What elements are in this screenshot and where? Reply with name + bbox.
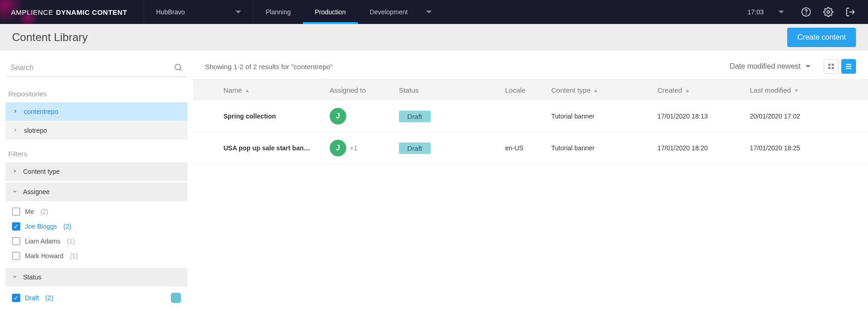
results-summary: Showing 1-2 of 2 results for "contentrep… (205, 63, 333, 71)
status-badge: Draft (399, 111, 431, 122)
filter-assignee[interactable]: Assignee (6, 183, 187, 201)
brand-bold: DYNAMIC CONTENT (56, 8, 127, 16)
checkbox-icon (12, 207, 20, 216)
brand-logo: AMPLIENCE DYNAMIC CONTENT (0, 0, 144, 24)
filter-status[interactable]: Status (6, 268, 187, 286)
col-created[interactable]: Created▲ (657, 86, 750, 94)
subheader: Content Library Create content (0, 24, 868, 51)
avatar: J (330, 108, 346, 124)
cell-locale: en-US (505, 144, 551, 152)
create-content-button[interactable]: Create content (787, 28, 856, 47)
avatar: J (330, 140, 346, 156)
sort-asc-icon: ▲ (245, 88, 250, 93)
col-modified[interactable]: Last modified▼ (750, 86, 856, 94)
sort-asc-icon: ▲ (685, 88, 690, 93)
col-assigned[interactable]: Assigned to (330, 86, 399, 94)
table-row[interactable]: Spring collection J Draft Tutorial banne… (193, 101, 868, 132)
chevron-down-icon (426, 11, 432, 13)
status-color-swatch (171, 293, 181, 303)
chevron-right-icon (12, 108, 18, 115)
cell-name: Spring collection (223, 113, 330, 120)
cell-created: 17/01/2020 18:20 (657, 144, 750, 152)
topbar: AMPLIENCE DYNAMIC CONTENT HubBravo Plann… (0, 0, 868, 24)
chevron-down-icon (12, 188, 18, 196)
chevron-down-icon (805, 65, 811, 68)
gear-icon[interactable] (819, 3, 838, 21)
option-count: (1) (70, 252, 78, 260)
help-icon[interactable] (797, 3, 815, 21)
col-ctype[interactable]: Content type▲ (551, 86, 657, 94)
option-count: (1) (67, 237, 75, 245)
svg-rect-6 (828, 64, 831, 66)
sort-dropdown[interactable]: Date modified newest (729, 62, 811, 71)
more-count: +1 (350, 144, 357, 152)
table-row[interactable]: USA pop up sale start ban… J +1 Draft en… (193, 132, 868, 164)
col-status[interactable]: Status (399, 86, 505, 94)
assignee-option-mark-howard[interactable]: Mark Howard (1) (6, 249, 187, 263)
repo-label: contentrepo (24, 108, 58, 115)
sidebar-item-contentrepo[interactable]: contentrepo (6, 102, 187, 121)
sort-label: Date modified newest (729, 62, 801, 71)
hub-dropdown[interactable]: HubBravo (144, 0, 253, 24)
nav-tabs: Planning Production Development (253, 0, 444, 24)
sort-asc-icon: ▲ (593, 88, 598, 93)
filter-content-type[interactable]: Content type (6, 162, 187, 181)
col-locale[interactable]: Locale (505, 86, 551, 94)
assignee-option-liam-adams[interactable]: Liam Adams (1) (6, 234, 187, 249)
brand-thin: AMPLIENCE (11, 8, 53, 16)
cell-status: Draft (399, 111, 505, 122)
checkbox-icon (12, 252, 20, 260)
status-option-draft[interactable]: ✓ Draft (2) (6, 290, 187, 306)
table-header: Name▲ Assigned to Status Locale Content … (193, 79, 868, 101)
search-input[interactable] (6, 59, 187, 77)
cell-status: Draft (399, 142, 505, 154)
sidebar: Repositories contentrepo slotrepo Filter… (0, 51, 193, 320)
svg-point-2 (827, 11, 830, 13)
svg-rect-11 (846, 66, 851, 67)
chevron-down-icon (778, 11, 784, 13)
option-count: (2) (40, 208, 48, 215)
cell-name: USA pop up sale start ban… (223, 144, 330, 152)
assignee-option-joe-bloggs[interactable]: ✓ Joe Bloggs (2) (6, 219, 187, 234)
repo-label: slotrepo (24, 127, 47, 134)
status-options: ✓ Draft (2) (6, 287, 187, 311)
assignee-option-me[interactable]: Me (2) (6, 204, 187, 219)
option-label: Liam Adams (25, 237, 60, 245)
chevron-right-icon (12, 127, 18, 134)
option-label: Draft (25, 294, 39, 302)
option-label: Mark Howard (25, 252, 63, 260)
tab-production[interactable]: Production (303, 0, 358, 24)
cell-ctype: Tutorial banner (551, 113, 657, 120)
topbar-right: 17:03 (738, 0, 868, 24)
grid-view-button[interactable] (824, 59, 838, 74)
svg-rect-8 (828, 67, 831, 69)
cell-assigned: J (330, 108, 399, 124)
svg-point-1 (806, 14, 807, 14)
filter-label: Content type (23, 168, 60, 175)
col-name[interactable]: Name▲ (223, 86, 330, 94)
tab-planning[interactable]: Planning (253, 0, 303, 24)
cell-modified: 20/01/2020 17:02 (750, 113, 856, 120)
svg-rect-10 (846, 64, 851, 65)
svg-line-5 (180, 69, 182, 71)
status-badge: Draft (399, 142, 431, 154)
tab-development[interactable]: Development (358, 0, 444, 24)
time-dropdown[interactable]: 17:03 (738, 8, 793, 16)
content-table: Name▲ Assigned to Status Locale Content … (193, 79, 868, 164)
sort-desc-icon: ▼ (794, 88, 799, 93)
view-toggle (824, 59, 856, 74)
svg-rect-12 (846, 68, 851, 69)
checkbox-icon (12, 237, 20, 245)
option-count: (2) (45, 294, 53, 302)
time-value: 17:03 (747, 8, 764, 16)
option-label: Me (25, 208, 34, 215)
chevron-down-icon (235, 11, 241, 13)
search-icon[interactable] (174, 63, 183, 73)
list-view-button[interactable] (841, 59, 856, 74)
filter-label: Status (23, 273, 42, 281)
chevron-right-icon (12, 168, 18, 175)
sidebar-item-slotrepo[interactable]: slotrepo (6, 121, 187, 140)
content-toolbar: Showing 1-2 of 2 results for "contentrep… (193, 51, 868, 79)
logout-icon[interactable] (841, 3, 860, 21)
hub-name: HubBravo (156, 8, 185, 16)
